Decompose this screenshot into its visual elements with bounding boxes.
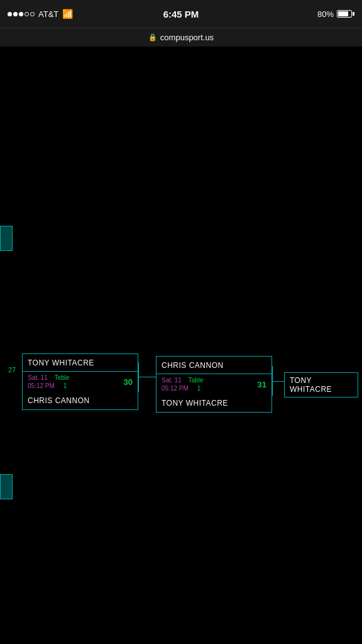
battery-tip — [353, 12, 354, 16]
left-indicator-top — [0, 226, 13, 251]
r1-match-info: Sat. 11 Teble 05:12 PM 1 30 — [23, 372, 138, 392]
r2-match-box: CHRIS CANNON Sat. 11 Table 05:12 PM 1 — [156, 356, 272, 413]
r1-date-time: Sat. 11 Teble 05:12 PM 1 — [28, 374, 70, 390]
r3-match-box: TONY WHITACRE — [284, 372, 358, 397]
round3-match: TONY WHITACRE — [284, 372, 358, 397]
url-bar: 🔒 compusport.us — [0, 28, 362, 47]
r1-player2[interactable]: CHRIS CANNON — [23, 392, 138, 409]
carrier-label: AT&T — [38, 9, 58, 19]
signal-dot-2 — [13, 12, 18, 16]
signal-dot-4 — [25, 12, 29, 16]
status-left: AT&T 📶 — [8, 9, 73, 19]
signal-dot-1 — [8, 12, 12, 16]
r2-player1[interactable]: CHRIS CANNON — [156, 357, 272, 374]
r2-score: 31 — [258, 380, 266, 389]
status-bar: AT&T 📶 6:45 PM 80% — [0, 0, 362, 28]
signal-dot-5 — [30, 12, 35, 16]
signal-dot-3 — [19, 12, 23, 16]
main-content: 27 TONY WHITACRE Sat. 11 Teble 05:12 PM — [0, 47, 362, 644]
battery-fill — [338, 11, 348, 16]
round2-match: CHRIS CANNON Sat. 11 Table 05:12 PM 1 — [156, 356, 272, 413]
r2-match-info: Sat. 11 Table 05:12 PM 1 31 — [156, 374, 272, 394]
r1-match-box: TONY WHITACRE Sat. 11 Teble 05:12 PM 1 — [22, 353, 138, 410]
battery-icon — [337, 10, 354, 18]
r1-date: Sat. 11 Teble — [28, 374, 70, 382]
url-text: compusport.us — [160, 33, 214, 42]
wifi-icon: 📶 — [62, 9, 73, 19]
battery-body — [337, 10, 352, 18]
clock: 6:45 PM — [163, 9, 199, 19]
r1-time: 05:12 PM 1 — [28, 382, 70, 390]
left-indicator-bottom — [0, 474, 13, 499]
battery-percent: 80% — [317, 9, 334, 19]
r1-r2-connector-h — [138, 377, 157, 377]
seed-label-27: 27 — [8, 366, 16, 374]
r1-player1[interactable]: TONY WHITACRE — [23, 354, 138, 372]
r3-player1[interactable]: TONY WHITACRE — [285, 373, 358, 397]
r1-score: 30 — [124, 377, 133, 387]
signal-strength — [8, 12, 35, 16]
r2-date-time: Sat. 11 Table 05:12 PM 1 — [162, 376, 204, 392]
status-right: 80% — [317, 9, 354, 19]
r2-date: Sat. 11 Table — [162, 376, 204, 384]
round1-match: TONY WHITACRE Sat. 11 Teble 05:12 PM 1 — [22, 353, 138, 410]
r2-player2[interactable]: TONY WHITACRE — [156, 394, 272, 412]
r2-time: 05:12 PM 1 — [162, 384, 204, 392]
lock-icon: 🔒 — [148, 33, 157, 42]
r2-r3-connector-h — [272, 381, 285, 382]
